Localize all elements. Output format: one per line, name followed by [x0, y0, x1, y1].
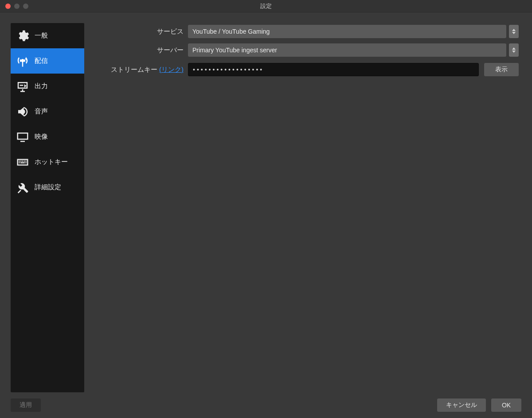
cancel-button[interactable]: キャンセル: [437, 398, 486, 412]
chevron-up-icon: [512, 29, 516, 31]
broadcast-icon: [15, 54, 30, 69]
cancel-button-label: キャンセル: [446, 401, 477, 409]
show-button-label: 表示: [495, 66, 508, 74]
service-value: YouTube / YouTube Gaming: [192, 28, 270, 35]
output-icon: [15, 79, 30, 94]
sidebar-item-output[interactable]: 出力: [11, 74, 84, 99]
stream-settings-form: サービス YouTube / YouTube Gaming サーバー Prima…: [95, 23, 519, 76]
sidebar-item-label: 出力: [35, 82, 48, 90]
server-dropdown[interactable]: Primary YouTube ingest server: [188, 43, 506, 57]
server-row: サーバー Primary YouTube ingest server: [95, 43, 519, 57]
sidebar-item-advanced[interactable]: 詳細設定: [11, 175, 84, 200]
content-area: 一般 配信 出力 音声: [0, 12, 532, 392]
streamkey-label-text: ストリームキー: [111, 66, 159, 73]
sidebar-item-label: 音声: [35, 107, 48, 116]
server-value: Primary YouTube ingest server: [192, 47, 277, 54]
close-window-button[interactable]: [5, 4, 11, 9]
titlebar: 設定: [0, 0, 532, 12]
sidebar-item-general[interactable]: 一般: [11, 23, 84, 48]
apply-button-label: 適用: [20, 401, 32, 409]
streamkey-input[interactable]: ••••••••••••••••••: [188, 63, 479, 76]
sidebar-item-label: ホットキー: [35, 158, 68, 166]
service-label: サービス: [95, 27, 188, 36]
zoom-window-button[interactable]: [23, 4, 28, 9]
sidebar-item-label: 詳細設定: [35, 183, 61, 191]
sidebar-item-label: 配信: [35, 57, 48, 65]
settings-sidebar: 一般 配信 出力 音声: [11, 23, 84, 392]
sidebar-item-hotkeys[interactable]: ホットキー: [11, 149, 84, 175]
chevron-up-icon: [512, 47, 516, 50]
sidebar-item-video[interactable]: 映像: [11, 124, 84, 149]
tools-icon: [15, 180, 30, 195]
show-streamkey-button[interactable]: 表示: [484, 63, 519, 76]
chevron-down-icon: [512, 32, 516, 34]
server-stepper[interactable]: [509, 43, 519, 57]
monitor-icon: [15, 129, 30, 145]
keyboard-icon: [15, 155, 30, 170]
dialog-body: 一般 配信 出力 音声: [0, 12, 532, 418]
server-label: サーバー: [95, 46, 188, 55]
sidebar-item-audio[interactable]: 音声: [11, 99, 84, 124]
streamkey-masked-value: ••••••••••••••••••: [193, 66, 264, 73]
streamkey-label: ストリームキー (リンク): [95, 66, 188, 74]
ok-button-label: OK: [502, 402, 511, 409]
service-row: サービス YouTube / YouTube Gaming: [95, 25, 519, 38]
speaker-icon: [15, 104, 30, 119]
service-dropdown[interactable]: YouTube / YouTube Gaming: [188, 25, 506, 38]
sidebar-item-label: 一般: [35, 31, 48, 40]
streamkey-row: ストリームキー (リンク) •••••••••••••••••• 表示: [95, 63, 519, 76]
sidebar-item-label: 映像: [35, 133, 48, 141]
ok-button[interactable]: OK: [491, 398, 521, 412]
dialog-footer: 適用 キャンセル OK: [0, 392, 532, 418]
window-controls: [0, 4, 28, 9]
service-stepper[interactable]: [509, 25, 519, 38]
window-title: 設定: [0, 2, 532, 10]
streamkey-link[interactable]: (リンク): [159, 66, 184, 73]
sidebar-item-stream[interactable]: 配信: [11, 48, 84, 74]
chevron-down-icon: [512, 51, 516, 53]
apply-button[interactable]: 適用: [11, 398, 41, 412]
minimize-window-button[interactable]: [14, 4, 20, 9]
gear-icon: [15, 28, 30, 43]
